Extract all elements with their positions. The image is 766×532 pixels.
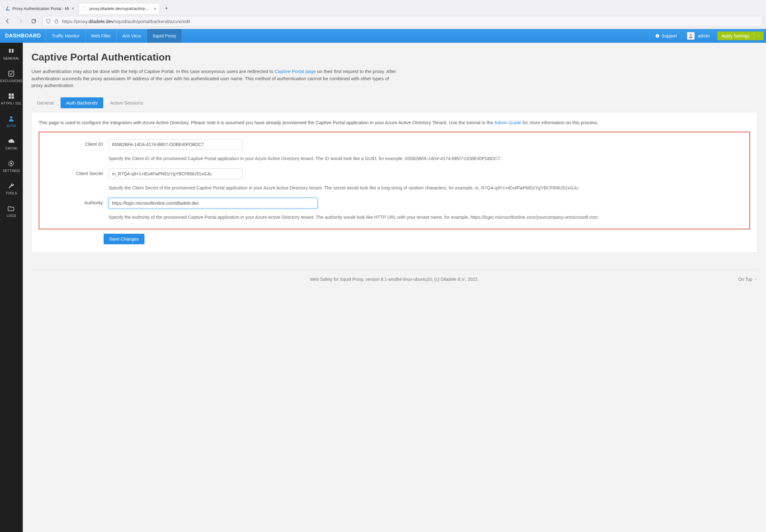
- apply-label: Apply Settings: [717, 32, 754, 40]
- chevron-down-icon[interactable]: [754, 32, 764, 40]
- svg-rect-7: [12, 94, 14, 96]
- brand[interactable]: DASHBOARD: [0, 29, 46, 43]
- label-client-secret: Client Secret: [44, 168, 103, 176]
- nav-anti-virus[interactable]: Anti Virus: [117, 29, 147, 43]
- sidebar-item-cache[interactable]: CACHE: [0, 133, 23, 155]
- sidebar: GENERAL EXCLUSIONS HTTPS / SSL AUTH CACH…: [0, 43, 23, 532]
- support-link[interactable]: i Support: [650, 33, 682, 38]
- panel: This page is used to configure the integ…: [32, 112, 757, 253]
- close-icon[interactable]: ×: [71, 6, 74, 11]
- back-button[interactable]: [3, 17, 12, 26]
- svg-rect-8: [9, 96, 11, 99]
- app-bar: DASHBOARD Traffic Monitor Web Filter Ant…: [0, 29, 766, 43]
- shell: GENERAL EXCLUSIONS HTTPS / SSL AUTH CACH…: [0, 43, 766, 532]
- tab-title: Proxy Authentication Portal - Mi: [12, 6, 69, 11]
- browser-tab-0[interactable]: Proxy Authentication Portal - Mi ×: [2, 3, 77, 14]
- row-authority: Authority Specify the Authority of the p…: [44, 195, 745, 224]
- sidebar-item-auth[interactable]: AUTH: [0, 110, 23, 133]
- page-tabs: General Auth Backends Active Sessions: [32, 97, 757, 108]
- tab-strip: Proxy Authentication Portal - Mi × proxy…: [0, 0, 766, 14]
- svg-point-11: [11, 163, 12, 164]
- help-authority: Specify the Authority of the provisioned…: [44, 214, 745, 221]
- footer: Web Safety for Squid Proxy, version 8.1-…: [32, 270, 757, 282]
- help-client-secret: Specify the Client Secret of the provisi…: [44, 185, 745, 192]
- check-icon: [8, 70, 15, 77]
- info-icon: i: [655, 34, 660, 38]
- row-client-id: Client ID Specify the Client ID of the p…: [44, 136, 745, 165]
- captive-portal-link[interactable]: Captive Portal page: [275, 69, 316, 74]
- authority-input[interactable]: [109, 198, 318, 208]
- shield-icon: [46, 19, 51, 24]
- sidebar-item-https-ssl[interactable]: HTTPS / SSL: [0, 88, 23, 110]
- nav-squid-proxy[interactable]: Squid Proxy: [147, 29, 182, 43]
- svg-rect-1: [55, 21, 58, 23]
- row-client-secret: Client Secret Specify the Client Secret …: [44, 165, 745, 195]
- label-client-id: Client ID: [44, 139, 103, 147]
- nav-web-filter[interactable]: Web Filter: [85, 29, 117, 43]
- tab-active-sessions[interactable]: Active Sessions: [105, 97, 149, 108]
- folder-icon: [8, 205, 15, 212]
- on-top-link[interactable]: On Top: [738, 277, 757, 282]
- forward-button[interactable]: [16, 17, 25, 26]
- admin-guide-link[interactable]: Admin Guide: [494, 120, 521, 125]
- save-button[interactable]: Save Changes: [104, 234, 144, 244]
- url-text: https://proxy.diladele.dev/squid/auth/po…: [62, 19, 190, 24]
- user-menu[interactable]: admin: [682, 32, 715, 40]
- lock-icon: [54, 19, 59, 24]
- globe-icon: [82, 6, 87, 11]
- svg-point-10: [10, 116, 12, 119]
- tab-title: proxy.diladele.dev/squid/auth/porta: [90, 6, 151, 11]
- top-right: i Support admin Apply Settings: [650, 29, 766, 43]
- new-tab-button[interactable]: +: [162, 4, 171, 13]
- grid-icon: [8, 93, 15, 100]
- cloud-icon: [8, 138, 15, 144]
- user-label: admin: [698, 33, 710, 38]
- azure-icon: [5, 6, 10, 11]
- wrench-icon: [8, 183, 15, 189]
- help-client-id: Specify the Client ID of the provisioned…: [44, 155, 745, 162]
- page-title: Captive Portal Authentication: [32, 51, 757, 63]
- url-bar[interactable]: https://proxy.diladele.dev/squid/auth/po…: [42, 16, 763, 27]
- svg-rect-0: [83, 7, 86, 11]
- browser-tab-1[interactable]: proxy.diladele.dev/squid/auth/porta ×: [79, 3, 160, 14]
- svg-rect-6: [9, 94, 11, 96]
- client-secret-input[interactable]: [109, 168, 243, 179]
- gear-icon: [8, 160, 15, 167]
- sidebar-item-general[interactable]: GENERAL: [0, 43, 23, 65]
- sidebar-item-tools[interactable]: TOOLS: [0, 178, 23, 200]
- close-icon[interactable]: ×: [154, 6, 156, 11]
- form-box: Client ID Specify the Client ID of the p…: [39, 132, 750, 229]
- chevron-up-icon: [754, 278, 757, 281]
- apply-settings-button[interactable]: Apply Settings: [717, 32, 764, 40]
- sidebar-item-logs[interactable]: LOGS: [0, 200, 23, 222]
- client-id-input[interactable]: [109, 139, 243, 150]
- reload-button[interactable]: [29, 17, 38, 26]
- book-icon: [8, 48, 15, 55]
- browser-toolbar: https://proxy.diladele.dev/squid/auth/po…: [0, 14, 766, 29]
- top-nav: Traffic Monitor Web Filter Anti Virus Sq…: [46, 29, 182, 43]
- panel-intro: This page is used to configure the integ…: [39, 119, 750, 126]
- tab-general[interactable]: General: [32, 97, 59, 108]
- svg-point-4: [690, 34, 692, 36]
- user-icon: [8, 115, 15, 122]
- sidebar-item-settings[interactable]: SETTINGS: [0, 155, 23, 178]
- support-label: Support: [661, 33, 677, 38]
- browser-chrome: Proxy Authentication Portal - Mi × proxy…: [0, 0, 766, 29]
- main: Captive Portal Authentication User authe…: [23, 43, 766, 532]
- nav-traffic-monitor[interactable]: Traffic Monitor: [46, 29, 85, 43]
- label-authority: Authority: [44, 198, 103, 205]
- avatar: [687, 32, 695, 40]
- footer-text: Web Safety for Squid Proxy, version 8.1-…: [310, 277, 479, 282]
- svg-rect-9: [12, 96, 14, 99]
- tab-auth-backends[interactable]: Auth Backends: [61, 97, 103, 108]
- svg-text:i: i: [657, 35, 658, 37]
- page-intro: User authentication may also be done wit…: [32, 68, 400, 89]
- sidebar-item-exclusions[interactable]: EXCLUSIONS: [0, 65, 23, 88]
